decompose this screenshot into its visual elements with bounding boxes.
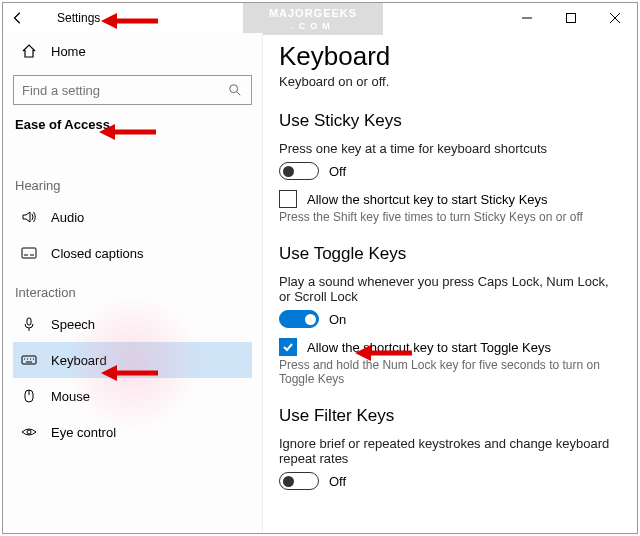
captions-icon [21,245,37,261]
audio-icon [21,209,37,225]
section-hint: Press and hold the Num Lock key for five… [279,358,617,386]
titlebar: Settings [3,3,637,33]
section-heading: Use Toggle Keys [279,244,617,264]
sidebar-group-interaction: Interaction [15,285,252,300]
section-filter-keys: Use Filter Keys Ignore brief or repeated… [279,406,617,490]
sidebar-item-label: Audio [51,210,84,225]
home-icon [21,43,37,59]
sidebar-item-audio[interactable]: Audio [13,199,252,235]
search-icon [227,82,243,98]
maximize-button[interactable] [549,3,593,33]
minimize-button[interactable] [505,3,549,33]
sidebar-item-label: Speech [51,317,95,332]
window-controls [505,3,637,33]
sidebar: Home Ease of Access Hearing Audio [3,33,263,533]
svg-point-5 [230,85,238,93]
sidebar-item-captions[interactable]: Closed captions [13,235,252,271]
sidebar-item-eye[interactable]: Eye control [13,414,252,450]
sticky-keys-toggle[interactable] [279,162,319,180]
sidebar-category: Ease of Access [15,117,252,132]
section-description: Press one key at a time for keyboard sho… [279,141,617,156]
section-heading: Use Filter Keys [279,406,617,426]
toggle-state-label: Off [329,164,346,179]
close-button[interactable] [593,3,637,33]
page-subtitle: Keyboard on or off. [279,74,617,89]
filter-keys-toggle[interactable] [279,472,319,490]
svg-rect-2 [567,14,576,23]
toggle-state-label: Off [329,474,346,489]
sidebar-item-speech[interactable]: Speech [13,306,252,342]
svg-rect-10 [27,318,31,325]
svg-rect-7 [22,248,36,258]
checkbox-label: Allow the shortcut key to start Sticky K… [307,192,548,207]
keyboard-icon [21,352,37,368]
togglekeys-shortcut-checkbox[interactable] [279,338,297,356]
toggle-state-label: On [329,312,346,327]
back-button[interactable] [3,3,33,33]
sticky-shortcut-checkbox[interactable] [279,190,297,208]
sidebar-item-label: Closed captions [51,246,144,261]
sidebar-item-label: Mouse [51,389,90,404]
section-sticky-keys: Use Sticky Keys Press one key at a time … [279,111,617,224]
section-description: Ignore brief or repeated keystrokes and … [279,436,617,466]
settings-window: MAJORGEEKS .COM Settings [2,2,638,534]
mic-icon [21,316,37,332]
svg-line-6 [237,92,241,96]
toggle-keys-toggle[interactable] [279,310,319,328]
sidebar-item-home[interactable]: Home [13,33,252,69]
sidebar-item-label: Eye control [51,425,116,440]
mouse-icon [21,388,37,404]
sidebar-item-keyboard[interactable]: Keyboard [13,342,252,378]
section-hint: Press the Shift key five times to turn S… [279,210,617,224]
section-description: Play a sound whenever you press Caps Loc… [279,274,617,304]
page-title: Keyboard [279,41,617,72]
sidebar-item-mouse[interactable]: Mouse [13,378,252,414]
sidebar-group-hearing: Hearing [15,178,252,193]
section-toggle-keys: Use Toggle Keys Play a sound whenever yo… [279,244,617,386]
section-heading: Use Sticky Keys [279,111,617,131]
window-title: Settings [57,11,100,25]
main-panel: Keyboard Keyboard on or off. Use Sticky … [263,33,637,533]
eye-icon [21,424,37,440]
sidebar-item-label: Keyboard [51,353,107,368]
sidebar-item-label: Home [51,44,86,59]
search-input-wrapper[interactable] [13,75,252,105]
checkbox-label: Allow the shortcut key to start Toggle K… [307,340,551,355]
search-input[interactable] [22,83,227,98]
svg-rect-11 [22,356,36,364]
svg-point-19 [27,430,31,434]
